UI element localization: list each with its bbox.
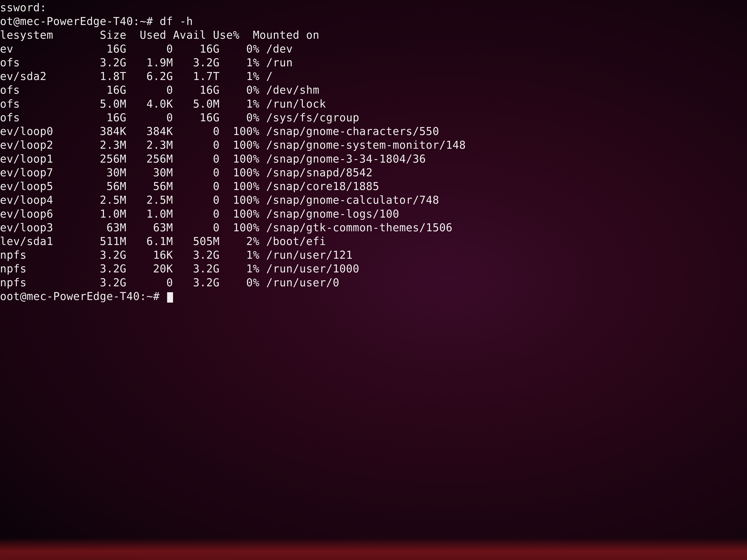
df-row: npfs 3.2G 20K 3.2G 1% /run/user/1000 (0, 262, 747, 275)
df-row: ev/loop2 2.3M 2.3M 0 100% /snap/gnome-sy… (0, 138, 747, 152)
df-row: ev 16G 0 16G 0% /dev (0, 42, 747, 56)
prompt-text: oot@mec-PowerEdge-T40:~# (0, 290, 166, 302)
dock-bar (0, 538, 747, 560)
df-row: ev/sda2 1.8T 6.2G 1.7T 1% / (0, 70, 747, 83)
shell-prompt[interactable]: oot@mec-PowerEdge-T40:~# (0, 289, 747, 303)
terminal-line: ssword: (0, 1, 747, 15)
df-row: ofs 3.2G 1.9M 3.2G 1% /run (0, 56, 747, 70)
df-row: ofs 5.0M 4.0K 5.0M 1% /run/lock (0, 97, 747, 111)
df-row: ev/loop6 1.0M 1.0M 0 100% /snap/gnome-lo… (0, 207, 747, 221)
df-row: ofs 16G 0 16G 0% /dev/shm (0, 83, 747, 97)
df-row: ofs 16G 0 16G 0% /sys/fs/cgroup (0, 111, 747, 125)
df-row: lev/sda1 511M 6.1M 505M 2% /boot/efi (0, 235, 747, 248)
df-row: ev/loop7 30M 30M 0 100% /snap/snapd/8542 (0, 166, 747, 180)
df-row: ev/loop1 256M 256M 0 100% /snap/gnome-3-… (0, 152, 747, 166)
df-row: ev/loop4 2.5M 2.5M 0 100% /snap/gnome-ca… (0, 193, 747, 207)
df-row: ev/loop0 384K 384K 0 100% /snap/gnome-ch… (0, 125, 747, 138)
terminal-line: ot@mec-PowerEdge-T40:~# df -h (0, 15, 747, 28)
cursor-icon (167, 292, 173, 302)
df-row: npfs 3.2G 0 3.2G 0% /run/user/0 (0, 276, 747, 289)
df-row: npfs 3.2G 16K 3.2G 1% /run/user/121 (0, 248, 747, 262)
df-row: ev/loop5 56M 56M 0 100% /snap/core18/188… (0, 180, 747, 193)
df-header: lesystem Size Used Avail Use% Mounted on (0, 28, 747, 42)
df-row: ev/loop3 63M 63M 0 100% /snap/gtk-common… (0, 221, 747, 235)
terminal-output[interactable]: ssword:ot@mec-PowerEdge-T40:~# df -hlesy… (0, 1, 747, 303)
